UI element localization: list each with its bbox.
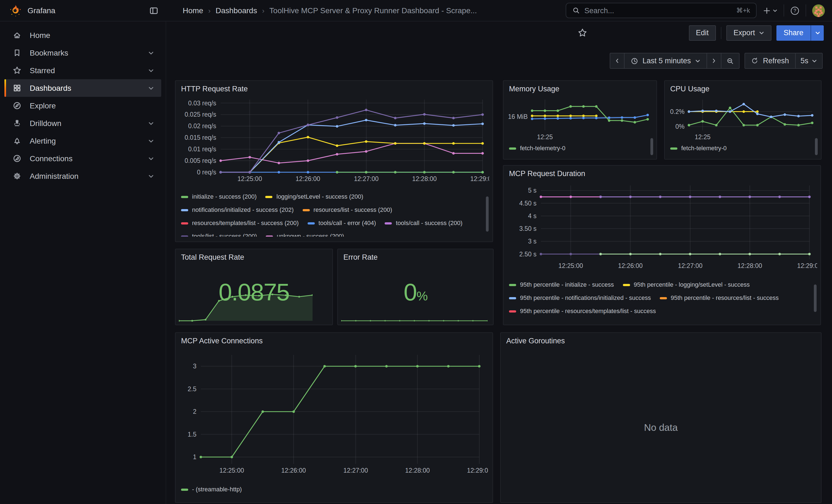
time-range-picker[interactable]: Last 5 minutes (624, 53, 707, 69)
sidebar-item-bookmarks[interactable]: Bookmarks (4, 44, 161, 62)
sidebar-item-label: Administration (30, 172, 78, 181)
legend-item[interactable]: tools/call - error (404) (308, 219, 376, 227)
chevron-down-icon[interactable] (148, 50, 154, 56)
legend-item[interactable]: notifications/initialized - success (202… (181, 206, 293, 213)
sidebar-item-dashboards[interactable]: Dashboards (4, 79, 161, 97)
breadcrumb-dashboards[interactable]: Dashboards (215, 6, 257, 15)
gear-icon (12, 172, 22, 181)
share-button[interactable]: Share (776, 25, 810, 41)
legend-item[interactable]: tools/call - success (200) (385, 219, 463, 227)
legend-color-dot (509, 310, 516, 312)
time-shift-back-button[interactable] (609, 53, 624, 69)
legend-item[interactable]: 95th percentile - resources/list - succe… (660, 294, 779, 301)
legend-item[interactable]: fetch-telemetry-0 (670, 145, 727, 152)
chevron-down-icon (773, 8, 778, 13)
panel-title[interactable]: HTTP Request Rate (176, 81, 493, 93)
add-new-button[interactable] (763, 6, 778, 15)
bell-icon (12, 136, 22, 145)
legend-scrollbar[interactable] (814, 285, 816, 312)
sidebar-item-alerting[interactable]: Alerting (4, 132, 161, 150)
panel-title[interactable]: Memory Usage (503, 81, 656, 93)
mcp-request-duration-chart[interactable]: 5 s4.50 s4 s3.50 s3 s2.50 s12:25:0012:26… (506, 180, 817, 274)
time-shift-forward-button[interactable] (707, 53, 722, 69)
http-request-rate-chart[interactable]: 0.03 req/s0.025 req/s0.02 req/s0.015 req… (178, 95, 489, 187)
top-navbar: Grafana Home › Dashboards › ToolHive MCP… (0, 0, 832, 22)
legend-label: logging/setLevel - success (200) (277, 193, 363, 200)
svg-text:12:27:00: 12:27:00 (343, 467, 368, 474)
zoom-out-time-button[interactable] (721, 53, 740, 69)
mcp-active-connections-chart[interactable]: 32.521.5112:25:0012:26:0012:27:0012:28:0… (178, 349, 488, 480)
error-rate-sparkline[interactable] (341, 316, 488, 323)
sidebar-item-drilldown[interactable]: Drilldown (4, 114, 161, 132)
sidebar-toggle-icon[interactable] (149, 6, 158, 15)
legend-color-dot (623, 284, 630, 286)
legend-item[interactable]: resources/list - success (200) (302, 206, 392, 213)
star-icon (12, 66, 22, 75)
panel-title[interactable]: MCP Active Connections (176, 333, 493, 345)
panel-title[interactable]: Error Rate (338, 249, 493, 261)
search-input[interactable]: Search... ⌘+k (566, 3, 757, 18)
legend-item[interactable]: 95th percentile - resources/templates/li… (509, 308, 656, 315)
legend-item[interactable]: fetch-telemetry-0 (509, 145, 565, 152)
sidebar-item-starred[interactable]: Starred (4, 62, 161, 79)
legend-item[interactable]: unknown - success (200) (266, 233, 344, 237)
sidebar-item-label: Connections (30, 154, 73, 163)
chevron-down-icon[interactable] (148, 120, 154, 126)
refresh-interval-picker[interactable]: 5s (795, 53, 823, 69)
brand-text: Grafana (27, 6, 55, 15)
svg-text:?: ? (794, 8, 796, 13)
sidebar-item-connections[interactable]: Connections (4, 150, 161, 167)
mcp-request-duration-legend: 95th percentile - initialize - success95… (509, 281, 808, 324)
edit-button[interactable]: Edit (688, 25, 716, 41)
share-dropdown-button[interactable] (810, 25, 824, 41)
svg-text:0.015 req/s: 0.015 req/s (185, 134, 216, 141)
chevron-down-icon[interactable] (148, 155, 154, 161)
avatar[interactable] (812, 4, 825, 17)
legend-item[interactable]: initialize - success (200) (181, 193, 257, 200)
export-button[interactable]: Export (726, 25, 772, 41)
refresh-button[interactable]: Refresh (745, 53, 796, 69)
sidebar: HomeBookmarksStarredDashboardsExploreDri… (0, 22, 166, 504)
sidebar-item-label: Bookmarks (30, 48, 68, 57)
sidebar-item-explore[interactable]: Explore (4, 97, 161, 114)
svg-text:16 MiB: 16 MiB (508, 113, 528, 120)
legend-scrollbar[interactable] (815, 138, 818, 155)
legend-label: - (streamable-http) (192, 486, 242, 493)
legend-color-dot (302, 209, 310, 211)
svg-text:0.025 req/s: 0.025 req/s (185, 111, 216, 118)
chevron-down-icon[interactable] (148, 173, 154, 179)
panel-error-rate: Error Rate 0% (337, 249, 494, 325)
cpu-usage-chart[interactable]: 0.2%0%12:25 (666, 95, 818, 140)
svg-text:12:25: 12:25 (695, 133, 711, 140)
legend-label: 95th percentile - initialize - success (520, 281, 614, 288)
panel-title[interactable]: MCP Request Duration (503, 166, 821, 178)
favorite-star-button[interactable] (577, 28, 587, 37)
sidebar-item-home[interactable]: Home (4, 26, 161, 44)
legend-label: 95th percentile - logging/setLevel - suc… (634, 281, 750, 288)
memory-usage-legend: fetch-telemetry-0 (509, 145, 643, 154)
legend-item[interactable]: logging/setLevel - success (200) (265, 193, 363, 200)
legend-color-dot (509, 284, 516, 286)
time-controls: Last 5 minutes Refresh 5s (609, 53, 823, 69)
legend-item[interactable]: 95th percentile - notifications/initiali… (509, 294, 651, 301)
legend-color-dot (509, 297, 516, 299)
legend-item[interactable]: 95th percentile - initialize - success (509, 281, 614, 288)
legend-color-dot (181, 209, 188, 211)
legend-scrollbar[interactable] (486, 196, 489, 232)
help-button[interactable]: ? (790, 6, 800, 15)
chevron-down-icon[interactable] (148, 138, 154, 144)
panel-cpu-usage: CPU Usage 0.2%0%12:25 fetch-telemetry-0 (664, 80, 822, 160)
memory-usage-chart[interactable]: 16 MiB12:25 (504, 95, 653, 140)
legend-item[interactable]: 95th percentile - logging/setLevel - suc… (623, 281, 750, 288)
panel-title[interactable]: Active Goroutines (501, 333, 821, 345)
legend-scrollbar[interactable] (650, 138, 653, 155)
legend-item[interactable]: tools/list - success (200) (181, 233, 257, 237)
legend-item[interactable]: resources/templates/list - success (200) (181, 219, 299, 227)
breadcrumb-home[interactable]: Home (183, 6, 203, 15)
panel-title[interactable]: Total Request Rate (176, 249, 332, 261)
chevron-down-icon[interactable] (148, 85, 154, 91)
legend-item[interactable]: - (streamable-http) (181, 486, 242, 493)
panel-title[interactable]: CPU Usage (665, 81, 821, 93)
sidebar-item-administration[interactable]: Administration (4, 167, 161, 185)
chevron-down-icon[interactable] (148, 68, 154, 74)
